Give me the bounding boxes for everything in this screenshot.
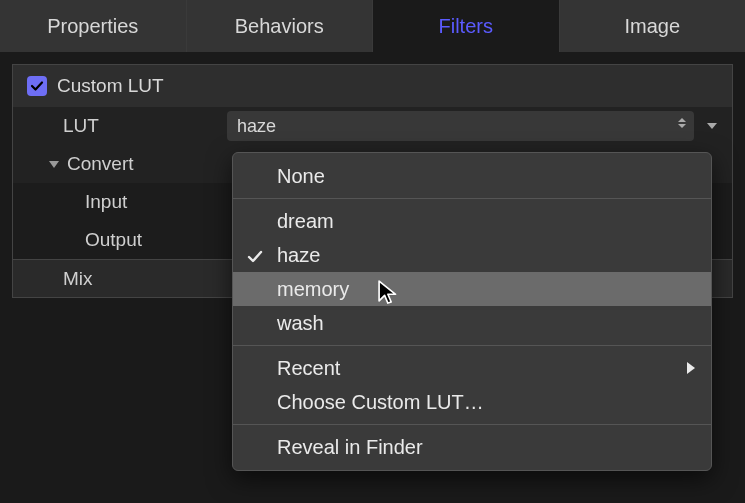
menu-item-haze[interactable]: haze [233, 238, 711, 272]
chevron-down-icon [707, 123, 717, 129]
menu-separator [233, 424, 711, 425]
inspector-tabbar: Properties Behaviors Filters Image [0, 0, 745, 52]
menu-item-label: haze [277, 244, 320, 267]
param-label-convert: Convert [67, 153, 134, 175]
tab-behaviors[interactable]: Behaviors [187, 0, 374, 52]
tab-properties[interactable]: Properties [0, 0, 187, 52]
tab-filters[interactable]: Filters [373, 0, 560, 52]
param-label-lut: LUT [27, 115, 227, 137]
param-label-input: Input [27, 191, 227, 213]
param-label-output: Output [27, 229, 227, 251]
lut-dropdown-menu: None dream haze memory wash Recent Choos… [232, 152, 712, 471]
menu-separator [233, 345, 711, 346]
enable-filter-checkbox[interactable] [27, 76, 47, 96]
menu-item-dream[interactable]: dream [233, 204, 711, 238]
lut-popup[interactable]: haze [227, 111, 694, 141]
checkmark-icon [247, 247, 263, 263]
menu-item-choose[interactable]: Choose Custom LUT… [233, 385, 711, 419]
tab-image[interactable]: Image [560, 0, 746, 52]
disclosure-triangle-icon[interactable] [49, 161, 59, 168]
lut-popup-value: haze [237, 116, 276, 137]
menu-item-recent[interactable]: Recent [233, 351, 711, 385]
section-header-custom-lut: Custom LUT [13, 65, 732, 107]
menu-item-reveal[interactable]: Reveal in Finder [233, 430, 711, 464]
section-title: Custom LUT [57, 75, 164, 97]
menu-item-none[interactable]: None [233, 159, 711, 193]
submenu-arrow-icon [687, 362, 695, 374]
menu-item-wash[interactable]: wash [233, 306, 711, 340]
menu-separator [233, 198, 711, 199]
param-row-lut: LUT haze [13, 107, 732, 145]
menu-item-memory[interactable]: memory [233, 272, 711, 306]
param-reset-lut[interactable] [700, 123, 724, 129]
menu-item-label: Recent [277, 357, 340, 380]
param-label-mix: Mix [27, 268, 227, 290]
updown-icon [678, 124, 686, 128]
